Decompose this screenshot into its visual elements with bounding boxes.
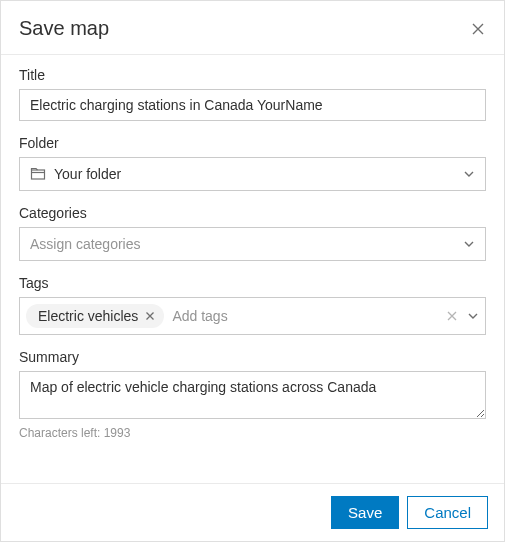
dialog-title: Save map [19,17,109,40]
categories-placeholder: Assign categories [30,236,141,252]
categories-select[interactable]: Assign categories [19,227,486,261]
title-label: Title [19,67,486,83]
save-map-dialog: Save map Title Folder Your folder Categ [0,0,505,542]
folder-value: Your folder [54,166,121,182]
tag-chip: Electric vehicles [26,304,164,328]
cancel-button[interactable]: Cancel [407,496,488,529]
chevron-down-icon[interactable] [467,310,479,322]
tag-chip-label: Electric vehicles [38,308,138,324]
tags-input[interactable] [170,307,437,325]
dialog-header: Save map [1,1,504,54]
categories-label: Categories [19,205,486,221]
tags-box[interactable]: Electric vehicles [19,297,486,335]
characters-left: Characters left: 1993 [19,426,486,440]
summary-textarea[interactable] [19,371,486,419]
tags-label: Tags [19,275,486,291]
save-button[interactable]: Save [331,496,399,529]
folder-field: Folder Your folder [19,135,486,191]
folder-label: Folder [19,135,486,151]
dialog-footer: Save Cancel [1,483,504,541]
folder-select[interactable]: Your folder [19,157,486,191]
title-field: Title [19,67,486,121]
chevron-down-icon [463,168,475,180]
chevron-down-icon [463,238,475,250]
title-input[interactable] [19,89,486,121]
summary-label: Summary [19,349,486,365]
summary-field: Summary Characters left: 1993 [19,349,486,440]
categories-field: Categories Assign categories [19,205,486,261]
folder-icon [30,166,46,182]
dialog-body: Title Folder Your folder Categories Assi… [1,55,504,483]
svg-rect-0 [32,170,45,179]
tags-field: Tags Electric vehicles [19,275,486,335]
clear-tags-icon[interactable] [443,307,461,325]
close-icon[interactable] [470,21,486,37]
remove-tag-icon[interactable] [144,310,156,322]
